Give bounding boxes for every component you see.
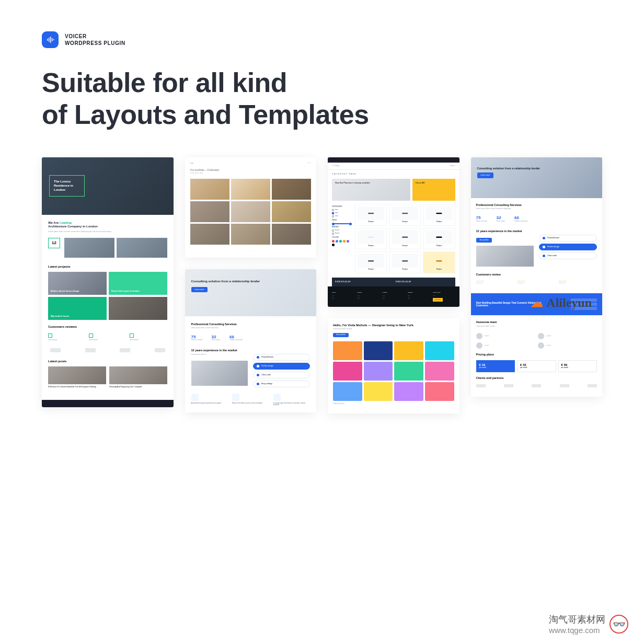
watermark-alileyun: ☁ Alileyun bbox=[531, 295, 592, 310]
template-showcase-grid: The Luxury Residence in London We Are Le… bbox=[0, 157, 644, 413]
svg-rect-1 bbox=[49, 38, 50, 42]
brand-row: VOICER WORDPRESS PLUGIN bbox=[42, 31, 602, 48]
svg-rect-4 bbox=[53, 39, 54, 40]
template-ecommerce: ☰ CatalogSearch CATEGORY PAGE New Bot Ph… bbox=[328, 157, 459, 307]
template-designer-portfolio: Hello, I'm Viola Nichols — Designer livi… bbox=[328, 318, 459, 413]
template-architecture: The Luxury Residence in London We Are Le… bbox=[42, 157, 174, 407]
mascot-icon: 👓 bbox=[610, 615, 628, 634]
watermark-tqge: 淘气哥素材网 www.tqge.com 👓 bbox=[549, 613, 628, 635]
template-consulting: Consulting solution from a relationship … bbox=[185, 269, 317, 412]
brand-text: VOICER WORDPRESS PLUGIN bbox=[65, 33, 125, 47]
template-portfolio-grid: Logo• • • • Our portfolio – Fullscreen L… bbox=[185, 157, 317, 258]
page-headline: Suitable for all kindof Layouts and Temp… bbox=[42, 67, 602, 131]
svg-rect-0 bbox=[47, 39, 48, 41]
svg-rect-3 bbox=[52, 38, 53, 41]
template-consulting-full: Consulting solution from a relationship … bbox=[471, 157, 603, 397]
svg-rect-2 bbox=[50, 37, 51, 43]
voicer-logo-icon bbox=[42, 31, 59, 48]
